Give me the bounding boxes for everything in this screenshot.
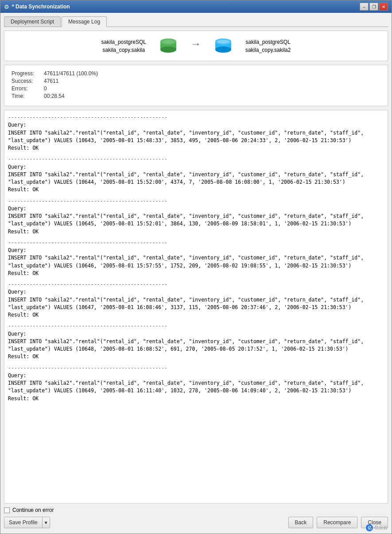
log-entry: ----------------------------------------… — [8, 364, 384, 402]
window-title: * Data Synchronization — [12, 4, 70, 10]
tab-message-log[interactable]: Message Log — [62, 16, 107, 27]
content-area: Deployment Script Message Log sakila_pos… — [0, 13, 392, 534]
time-label: Time: — [12, 93, 40, 99]
watermark: 亿 亿云云 — [366, 524, 388, 531]
log-separator: ----------------------------------------… — [8, 155, 384, 163]
button-row: Save Profile ▼ Back Recompare Close — [4, 517, 388, 528]
log-query-label: Query: — [8, 330, 384, 338]
continue-on-error-label: Continue on error — [12, 507, 54, 513]
minimize-button[interactable]: – — [360, 3, 369, 11]
source-db-icon — [159, 38, 177, 54]
source-db-name2: sakila_copy.sakila — [102, 47, 145, 53]
progress-value: 47611/47611 (100.0%) — [44, 70, 98, 77]
svg-point-2 — [160, 46, 176, 53]
save-profile-split-button: Save Profile ▼ — [4, 517, 50, 528]
title-bar: ⚙ * Data Synchronization – ❐ ✕ — [0, 0, 392, 13]
time-row: Time: 00:28.54 — [12, 93, 380, 99]
source-db-name1: sakila_postgreSQL — [101, 39, 146, 45]
window-title-icon: ⚙ — [4, 4, 9, 10]
log-query-text: INSERT INTO "sakila2"."rental"("rental_i… — [8, 296, 384, 312]
time-value: 00:28.54 — [44, 93, 65, 99]
footer: Continue on error Save Profile ▼ Back Re… — [4, 503, 388, 530]
svg-point-4 — [162, 40, 175, 43]
continue-on-error-checkbox[interactable] — [4, 507, 10, 513]
log-query-text: INSERT INTO "sakila2"."rental"("rental_i… — [8, 338, 384, 353]
back-button[interactable]: Back — [288, 517, 314, 528]
progress-row: Progress: 47611/47611 (100.0%) — [12, 70, 380, 77]
errors-row: Errors: 0 — [12, 85, 380, 92]
log-query-text: INSERT INTO "sakila2"."rental"("rental_i… — [8, 254, 384, 270]
log-query-label: Query: — [8, 372, 384, 379]
success-row: Success: 47611 — [12, 78, 380, 84]
sync-header: sakila_postgreSQL sakila_copy.sakila → — [4, 31, 388, 61]
log-query-label: Query: — [8, 247, 384, 254]
svg-point-7 — [215, 46, 231, 53]
log-separator: ----------------------------------------… — [8, 114, 384, 121]
log-query-label: Query: — [8, 121, 384, 129]
log-result: Result: OK — [8, 228, 384, 236]
log-separator: ----------------------------------------… — [8, 197, 384, 205]
log-result: Result: OK — [8, 395, 384, 402]
errors-label: Errors: — [12, 85, 40, 92]
log-query-label: Query: — [8, 288, 384, 296]
log-result: Result: OK — [8, 144, 384, 152]
tabs: Deployment Script Message Log — [4, 16, 388, 27]
log-query-text: INSERT INTO "sakila2"."rental"("rental_i… — [8, 171, 384, 186]
main-window: ⚙ * Data Synchronization – ❐ ✕ Deploymen… — [0, 0, 392, 534]
log-result: Result: OK — [8, 186, 384, 193]
log-result: Result: OK — [8, 311, 384, 319]
watermark-icon: 亿 — [366, 524, 373, 531]
errors-value: 0 — [44, 85, 47, 92]
source-db: sakila_postgreSQL sakila_copy.sakila — [101, 39, 146, 53]
log-query-label: Query: — [8, 205, 384, 213]
log-entry: ----------------------------------------… — [8, 197, 384, 236]
log-query-label: Query: — [8, 163, 384, 171]
save-profile-button[interactable]: Save Profile — [4, 517, 42, 528]
log-separator: ----------------------------------------… — [8, 281, 384, 288]
svg-point-9 — [217, 40, 229, 43]
recompare-button[interactable]: Recompare — [317, 517, 357, 528]
continue-on-error-row: Continue on error — [4, 507, 388, 513]
close-window-button[interactable]: ✕ — [379, 3, 388, 11]
title-bar-left: ⚙ * Data Synchronization — [4, 4, 70, 10]
log-separator: ----------------------------------------… — [8, 239, 384, 247]
log-result: Result: OK — [8, 353, 384, 360]
log-separator: ----------------------------------------… — [8, 364, 384, 372]
target-db-icon — [214, 38, 232, 54]
restore-button[interactable]: ❐ — [369, 3, 378, 11]
log-area[interactable]: ----------------------------------------… — [4, 110, 388, 503]
target-db-name2: sakila_copy.sakila2 — [245, 47, 291, 53]
tab-deployment-script[interactable]: Deployment Script — [4, 16, 61, 27]
log-query-text: INSERT INTO "sakila2"."rental"("rental_i… — [8, 213, 384, 228]
success-value: 47611 — [44, 78, 58, 84]
progress-box: Progress: 47611/47611 (100.0%) Success: … — [4, 65, 388, 106]
watermark-text: 亿云云 — [374, 525, 388, 531]
target-db-name1: sakila_postgreSQL — [245, 39, 290, 45]
log-entry: ----------------------------------------… — [8, 239, 384, 277]
log-result: Result: OK — [8, 270, 384, 277]
log-entry: ----------------------------------------… — [8, 114, 384, 152]
title-bar-buttons: – ❐ ✕ — [360, 3, 388, 11]
log-entry: ----------------------------------------… — [8, 155, 384, 193]
log-entry: ----------------------------------------… — [8, 281, 384, 319]
sync-arrow: → — [190, 38, 201, 50]
target-db: sakila_postgreSQL sakila_copy.sakila2 — [245, 39, 291, 53]
success-label: Success: — [12, 78, 40, 84]
log-entry: ----------------------------------------… — [8, 322, 384, 360]
log-query-text: INSERT INTO "sakila2"."rental"("rental_i… — [8, 379, 384, 395]
progress-label: Progress: — [12, 70, 40, 77]
log-query-text: INSERT INTO "sakila2"."rental"("rental_i… — [8, 129, 384, 145]
save-profile-dropdown-button[interactable]: ▼ — [42, 517, 50, 528]
log-separator: ----------------------------------------… — [8, 322, 384, 330]
